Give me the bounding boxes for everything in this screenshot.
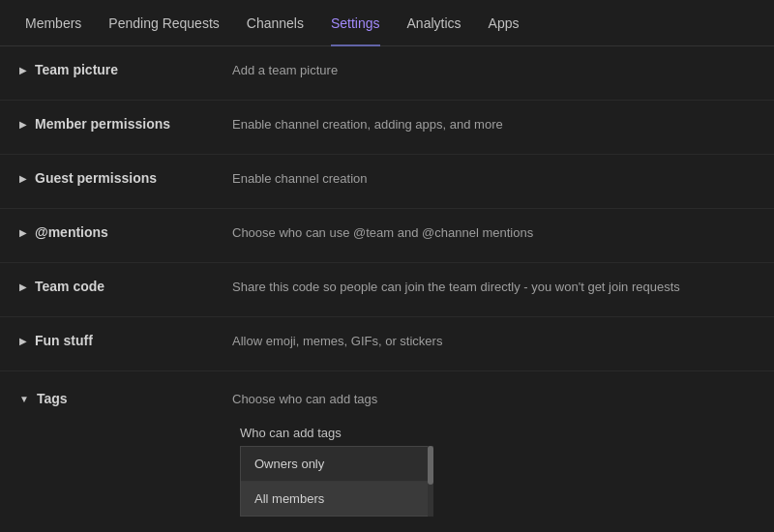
nav-analytics[interactable]: Analytics: [394, 0, 475, 46]
label-tags: Tags: [37, 391, 68, 406]
setting-row-team-code: ▶ Team code Share this code so people ca…: [0, 263, 774, 317]
nav-pending-requests[interactable]: Pending Requests: [95, 0, 232, 46]
dropdown-section-label: Who can add tags: [19, 426, 755, 440]
nav-apps[interactable]: Apps: [475, 0, 533, 46]
desc-tags: Choose who can add tags: [232, 391, 755, 406]
nav-settings[interactable]: Settings: [317, 0, 394, 46]
label-guest-permissions: Guest permissions: [35, 170, 157, 186]
label-fun-stuff: Fun stuff: [35, 333, 93, 348]
dropdown-options-list: Owners only All members: [240, 446, 433, 517]
chevron-mentions[interactable]: ▶: [19, 227, 27, 238]
desc-fun-stuff: Allow emoji, memes, GIFs, or stickers: [232, 333, 755, 348]
chevron-fun-stuff[interactable]: ▶: [19, 336, 27, 346]
desc-mentions: Choose who can use @team and @channel me…: [232, 224, 755, 240]
desc-guest-permissions: Enable channel creation: [232, 170, 755, 186]
chevron-tags[interactable]: ▼: [19, 394, 29, 404]
option-owners-only[interactable]: Owners only: [241, 447, 432, 482]
setting-row-guest-permissions: ▶ Guest permissions Enable channel creat…: [0, 155, 774, 209]
setting-row-team-picture: ▶ Team picture Add a team picture: [0, 46, 774, 101]
chevron-guest-permissions[interactable]: ▶: [19, 173, 27, 184]
chevron-team-picture[interactable]: ▶: [19, 65, 27, 75]
desc-team-picture: Add a team picture: [232, 62, 755, 77]
scrollbar-thumb: [428, 446, 433, 485]
nav-members[interactable]: Members: [12, 0, 95, 46]
desc-member-permissions: Enable channel creation, adding apps, an…: [232, 116, 755, 132]
chevron-team-code[interactable]: ▶: [19, 281, 27, 292]
label-mentions: @mentions: [35, 224, 108, 240]
label-team-picture: Team picture: [35, 62, 118, 77]
chevron-member-permissions[interactable]: ▶: [19, 119, 27, 130]
nav-channels[interactable]: Channels: [233, 0, 317, 46]
setting-row-fun-stuff: ▶ Fun stuff Allow emoji, memes, GIFs, or…: [0, 317, 774, 371]
option-all-members[interactable]: All members: [241, 482, 432, 516]
settings-content: ▶ Team picture Add a team picture ▶ Memb…: [0, 46, 774, 532]
nav-bar: Members Pending Requests Channels Settin…: [0, 0, 774, 46]
desc-team-code: Share this code so people can join the t…: [232, 279, 755, 294]
label-team-code: Team code: [35, 279, 104, 294]
tags-dropdown[interactable]: Owners only All members: [240, 446, 433, 517]
label-member-permissions: Member permissions: [35, 116, 170, 132]
setting-row-member-permissions: ▶ Member permissions Enable channel crea…: [0, 101, 774, 155]
setting-row-tags: ▼ Tags Choose who can add tags Who can a…: [0, 371, 774, 532]
setting-row-mentions: ▶ @mentions Choose who can use @team and…: [0, 209, 774, 263]
scrollbar-track[interactable]: [428, 446, 433, 517]
